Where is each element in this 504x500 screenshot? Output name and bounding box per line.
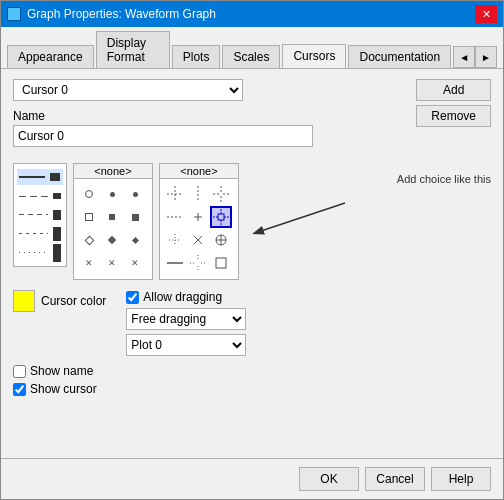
tab-appearance[interactable]: Appearance — [7, 45, 94, 68]
drag-type-select[interactable]: Free dragging — [126, 308, 246, 330]
style-row-solid-thick[interactable] — [17, 169, 63, 185]
symbol-diamond-sm[interactable] — [124, 229, 146, 251]
symbol-diamond-filled[interactable] — [101, 229, 123, 251]
cursor-select[interactable]: Cursor 0 — [13, 79, 243, 101]
symbol-x-2[interactable]: ✕ — [101, 252, 123, 274]
name-label: Name — [13, 109, 406, 123]
close-button[interactable]: ✕ — [475, 5, 497, 23]
symbol-circle-hollow[interactable] — [78, 183, 100, 205]
annotation-text: Add choice like this — [397, 173, 491, 185]
name-input[interactable] — [13, 125, 313, 147]
tab-scales[interactable]: Scales — [222, 45, 280, 68]
svg-rect-27 — [216, 258, 226, 268]
style-row-dash-3[interactable] — [17, 226, 63, 242]
crosshair-4[interactable] — [164, 206, 186, 228]
crosshair-7[interactable] — [164, 229, 186, 251]
tab-documentation[interactable]: Documentation — [348, 45, 451, 68]
window-icon — [7, 7, 21, 21]
style-row-dot[interactable] — [17, 245, 63, 261]
drag-section: Allow dragging Free dragging Plot 0 — [126, 290, 246, 356]
tab-next-button[interactable]: ► — [475, 46, 497, 68]
symbol-x-1[interactable]: ✕ — [78, 252, 100, 274]
symbol-dot-1[interactable] — [101, 183, 123, 205]
none-label-2: <none> — [159, 163, 239, 178]
symbol-x-3[interactable]: ✕ — [124, 252, 146, 274]
tab-cursors[interactable]: Cursors — [282, 44, 346, 68]
line-style-selector[interactable] — [13, 163, 67, 267]
symbol-dot-2[interactable] — [124, 183, 146, 205]
show-cursor-checkbox[interactable] — [13, 383, 26, 396]
tab-display-format[interactable]: Display Format — [96, 31, 170, 68]
symbol-square-hollow[interactable] — [78, 206, 100, 228]
svg-line-28 — [255, 203, 345, 233]
plot-select[interactable]: Plot 0 — [126, 334, 246, 356]
allow-dragging-label: Allow dragging — [143, 290, 222, 304]
show-section: Show name Show cursor — [13, 364, 491, 396]
tab-prev-button[interactable]: ◄ — [453, 46, 475, 68]
symbol-square-filled[interactable] — [101, 206, 123, 228]
bottom-bar: OK Cancel Help — [1, 458, 503, 499]
tab-bar: Appearance Display Format Plots Scales C… — [1, 27, 503, 69]
crosshair-11[interactable] — [187, 252, 209, 274]
crosshair-10[interactable] — [164, 252, 186, 274]
crosshair-12[interactable] — [210, 252, 232, 274]
show-name-checkbox[interactable] — [13, 365, 26, 378]
style-row-dash-2[interactable] — [17, 207, 63, 223]
remove-button[interactable]: Remove — [416, 105, 491, 127]
color-section: Cursor color — [13, 290, 106, 312]
ok-button[interactable]: OK — [299, 467, 359, 491]
show-name-label: Show name — [30, 364, 93, 378]
cursor-color-picker[interactable] — [13, 290, 35, 312]
none-label-1: <none> — [73, 163, 153, 178]
middle-dot-box[interactable]: ✕ ✕ ✕ — [73, 178, 153, 280]
help-button[interactable]: Help — [431, 467, 491, 491]
crosshair-1[interactable] — [164, 183, 186, 205]
annotation-arrow — [205, 193, 365, 253]
title-bar: Graph Properties: Waveform Graph ✕ — [1, 1, 503, 27]
add-button[interactable]: Add — [416, 79, 491, 101]
symbol-square-lg[interactable] — [124, 206, 146, 228]
cancel-button[interactable]: Cancel — [365, 467, 425, 491]
allow-dragging-checkbox[interactable] — [126, 291, 139, 304]
style-row-dash-1[interactable] — [17, 188, 63, 204]
symbol-diamond-hollow[interactable] — [78, 229, 100, 251]
tab-plots[interactable]: Plots — [172, 45, 221, 68]
cursor-color-label: Cursor color — [41, 294, 106, 308]
window-title: Graph Properties: Waveform Graph — [27, 7, 216, 21]
middle-style-col: <none> — [73, 163, 153, 280]
show-cursor-label: Show cursor — [30, 382, 97, 396]
